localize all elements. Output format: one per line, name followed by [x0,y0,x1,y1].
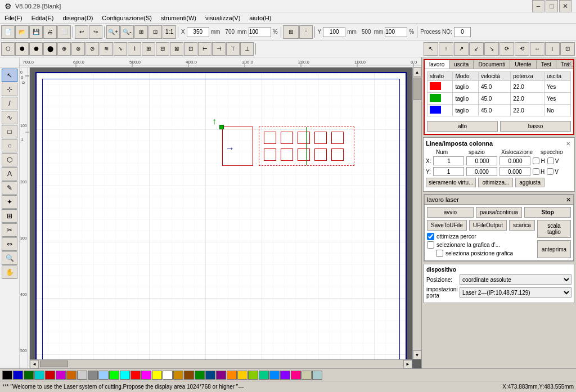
tab-uscita[interactable]: uscita [449,60,474,69]
color-teal[interactable] [259,371,269,380]
tb2-btn10[interactable]: ⌇ [128,42,141,56]
tb2-btn1[interactable]: ⬡ [1,42,15,56]
col-v-check[interactable] [547,157,554,164]
alto-button[interactable]: alto [427,121,498,132]
vscroll-thumb[interactable] [413,78,421,100]
tab-documenti[interactable]: Documenti [474,60,510,69]
transform-btn8[interactable]: ↔ [530,42,544,56]
transform-btn7[interactable]: ⟲ [515,42,529,56]
color-amber[interactable] [237,371,248,380]
tab-utente[interactable]: Utente [510,60,536,69]
savetoufile-button[interactable]: SaveToUFile [427,220,467,231]
menu-config[interactable]: Configurazione(S) [97,13,156,22]
vscroll[interactable]: ▲ ▼ [412,67,421,359]
hscroll-track[interactable] [39,360,403,368]
color-yellowgreen[interactable] [248,371,258,380]
node-tool[interactable]: ⊹ [2,83,17,96]
open-button[interactable]: 📂 [15,25,29,39]
col-x-num[interactable] [433,156,464,165]
bezier-tool[interactable]: ∿ [2,111,17,124]
laser-close-btn[interactable]: ✕ [566,196,571,204]
tb2-btn4[interactable]: ⬤ [43,42,57,56]
y-input[interactable] [323,27,345,37]
color-cyan[interactable] [34,371,44,380]
avvio-button[interactable]: avvio [427,207,474,218]
color-brightred[interactable] [130,371,141,380]
color-darkgreen[interactable] [195,371,205,380]
redo-button[interactable]: ↪ [89,25,102,39]
pct1-input[interactable] [249,27,271,37]
handle-tr[interactable] [219,125,224,129]
color-magenta[interactable] [56,371,66,380]
zoom-select-button[interactable]: ⊡ [148,25,162,39]
color-lightgray[interactable] [77,371,87,380]
anteprima-button[interactable]: anteprima [537,240,571,258]
tb2-btn7[interactable]: ⊘ [86,42,99,56]
minimize-button[interactable]: – [532,0,544,12]
color-aqua[interactable] [120,371,130,380]
mirror-tool[interactable]: ⇔ [2,237,17,251]
rect-tool[interactable]: □ [2,125,17,138]
pencil-tool[interactable]: ✎ [2,181,17,195]
vscroll-track[interactable] [413,76,421,350]
pausa-button[interactable]: pausa/continua [476,207,523,218]
color-pink[interactable] [141,371,151,380]
zoom-100-button[interactable]: 1:1 [163,25,176,39]
tab-test[interactable]: Test [537,60,556,69]
tb2-btn9[interactable]: ∿ [114,42,127,56]
seleziona-check[interactable] [427,241,434,249]
basso-button[interactable]: basso [500,121,571,132]
hscroll-thumb[interactable] [40,361,68,367]
seleziona2-check[interactable] [436,250,443,257]
transform-btn5[interactable]: ↘ [484,42,499,56]
tb2-btn15[interactable]: ⊢ [198,42,212,56]
col-x-xsloc[interactable] [500,156,530,165]
save-button[interactable]: 💾 [29,25,43,39]
tb2-btn11[interactable]: ⊞ [142,42,155,56]
color-orange[interactable] [66,371,76,380]
color-lightblue[interactable] [98,371,109,380]
color-gold[interactable] [173,371,183,380]
menu-file[interactable]: File(F) [0,13,27,22]
col-y-xsloc[interactable] [500,167,530,176]
zoom-tool[interactable]: 🔍 [2,251,17,265]
menu-edit[interactable]: Edita(E) [27,13,58,22]
transform-btn1[interactable]: ↖ [424,42,438,56]
menu-tools[interactable]: strumenti(W) [156,13,201,22]
menu-help[interactable]: aiuto(H) [245,13,276,22]
line-tool[interactable]: / [2,97,17,110]
color-lime[interactable] [109,371,119,380]
color-yellow[interactable] [152,371,162,380]
canvas-area[interactable]: ↑ → ▲ ▼ ◄ [30,67,421,368]
tb2-btn17[interactable]: ⊤ [226,42,240,56]
layers-close-btn[interactable]: ✕ [565,60,573,67]
print-button[interactable]: 🖨 [43,25,57,39]
zoom-out-button[interactable]: 🔍- [120,25,134,39]
table-row[interactable]: taglio 45.0 22.0 Yes [428,93,571,105]
tb2-btn6[interactable]: ⊗ [71,42,85,56]
ufileoutput-button[interactable]: UFileOutput [469,220,507,231]
color-violet[interactable] [280,371,290,380]
tb2-btn14[interactable]: ⊡ [184,42,197,56]
tb2-btn5[interactable]: ⊕ [57,42,71,56]
ottimizza-check[interactable] [427,233,434,240]
tb2-btn2[interactable]: ⬢ [15,42,29,56]
transform-btn4[interactable]: ↙ [469,42,484,56]
tb2-btn3[interactable]: ⬣ [29,42,43,56]
tab-lavoro[interactable]: lavoro [425,60,449,69]
color-steelblue[interactable] [312,371,322,380]
tb-btn5[interactable]: ⬜ [57,25,71,39]
hscroll-right[interactable]: ► [403,360,412,368]
cut-tool[interactable]: ✂ [2,223,17,237]
tb2-btn12[interactable]: ⊟ [156,42,169,56]
polygon-tool[interactable]: ⬡ [2,153,17,166]
x-input[interactable] [187,27,209,37]
color-purple[interactable] [216,371,226,380]
col-h-check[interactable] [533,157,539,164]
zoom-in-button[interactable]: 🔍+ [106,25,120,39]
ellipse-tool[interactable]: ○ [2,139,17,152]
tb2-btn13[interactable]: ⊠ [170,42,183,56]
snap-button[interactable]: ⋮ [299,25,313,39]
tb2-btn18[interactable]: ⊥ [240,42,254,56]
vscroll-up[interactable]: ▲ [413,67,421,76]
